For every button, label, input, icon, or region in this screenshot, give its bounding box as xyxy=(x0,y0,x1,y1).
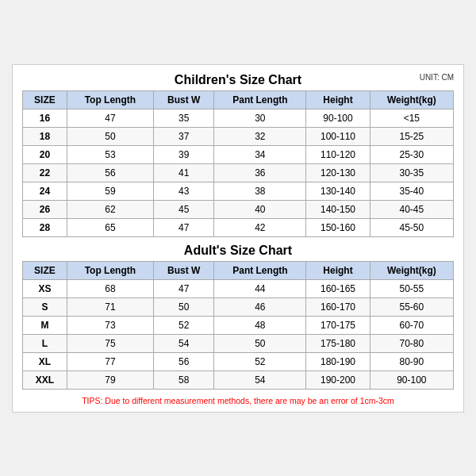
table-cell: 90-100 xyxy=(370,370,453,389)
table-cell: 160-165 xyxy=(306,279,370,298)
table-cell: 15-25 xyxy=(370,127,453,145)
table-cell: 42 xyxy=(214,218,306,236)
adult-title-row: Adult's Size Chart xyxy=(22,244,454,258)
table-cell: 47 xyxy=(153,218,214,236)
table-cell: XXL xyxy=(23,370,67,389)
table-cell: 77 xyxy=(67,352,153,370)
adults-col-height: Height xyxy=(306,261,370,279)
table-cell: 35 xyxy=(153,109,214,127)
adults-col-pant-length: Pant Length xyxy=(214,261,306,279)
table-cell: 34 xyxy=(214,145,306,163)
chart-container: Children's Size Chart UNIT: CM SIZE Top … xyxy=(12,64,464,413)
tips-text: TIPS: Due to different measurement metho… xyxy=(22,396,454,405)
table-cell: 50 xyxy=(214,334,306,352)
table-row: M735248170-17560-70 xyxy=(23,316,454,334)
table-cell: 45 xyxy=(153,200,214,218)
table-cell: 26 xyxy=(23,200,67,218)
table-row: XS684744160-16550-55 xyxy=(23,279,454,298)
table-row: XXL795854190-20090-100 xyxy=(23,370,454,389)
table-row: 1647353090-100<15 xyxy=(23,109,454,127)
children-col-size: SIZE xyxy=(23,90,67,109)
table-cell: 18 xyxy=(23,127,67,145)
table-cell: 170-175 xyxy=(306,316,370,334)
adults-col-weight: Weight(kg) xyxy=(370,261,453,279)
table-cell: 52 xyxy=(153,316,214,334)
table-cell: 30 xyxy=(214,109,306,127)
children-tbody: 1647353090-100<1518503732100-11015-25205… xyxy=(23,109,454,236)
table-cell: 160-170 xyxy=(306,298,370,316)
table-row: S715046160-17055-60 xyxy=(23,298,454,316)
adults-col-top-length: Top Length xyxy=(67,261,153,279)
children-header-row: SIZE Top Length Bust W Pant Length Heigh… xyxy=(23,90,454,109)
table-cell: 75 xyxy=(67,334,153,352)
table-cell: 58 xyxy=(153,370,214,389)
table-cell: 47 xyxy=(67,109,153,127)
table-cell: 175-180 xyxy=(306,334,370,352)
table-row: 24594338130-14035-40 xyxy=(23,182,454,200)
table-cell: 46 xyxy=(214,298,306,316)
table-cell: 60-70 xyxy=(370,316,453,334)
table-cell: 54 xyxy=(153,334,214,352)
table-cell: 36 xyxy=(214,163,306,182)
table-cell: 20 xyxy=(23,145,67,163)
table-cell: <15 xyxy=(370,109,453,127)
table-cell: 28 xyxy=(23,218,67,236)
adults-table: SIZE Top Length Bust W Pant Length Heigh… xyxy=(22,261,454,390)
table-row: XL775652180-19080-90 xyxy=(23,352,454,370)
table-cell: 50 xyxy=(67,127,153,145)
table-row: L755450175-18070-80 xyxy=(23,334,454,352)
table-cell: 38 xyxy=(214,182,306,200)
table-cell: 56 xyxy=(67,163,153,182)
adult-title: Adult's Size Chart xyxy=(184,244,292,258)
table-cell: M xyxy=(23,316,67,334)
children-col-top-length: Top Length xyxy=(67,90,153,109)
table-cell: 56 xyxy=(153,352,214,370)
table-cell: 90-100 xyxy=(306,109,370,127)
table-cell: 44 xyxy=(214,279,306,298)
adults-tbody: XS684744160-16550-55S715046160-17055-60M… xyxy=(23,279,454,389)
children-thead: SIZE Top Length Bust W Pant Length Heigh… xyxy=(23,90,454,109)
table-cell: 50 xyxy=(153,298,214,316)
table-cell: 22 xyxy=(23,163,67,182)
table-row: 22564136120-13030-35 xyxy=(23,163,454,182)
children-col-pant-length: Pant Length xyxy=(214,90,306,109)
table-cell: 190-200 xyxy=(306,370,370,389)
table-cell: 52 xyxy=(214,352,306,370)
adults-header-row: SIZE Top Length Bust W Pant Length Heigh… xyxy=(23,261,454,279)
table-cell: 110-120 xyxy=(306,145,370,163)
children-col-height: Height xyxy=(306,90,370,109)
table-cell: XS xyxy=(23,279,67,298)
table-cell: 39 xyxy=(153,145,214,163)
table-cell: 35-40 xyxy=(370,182,453,200)
table-cell: 53 xyxy=(67,145,153,163)
table-cell: XL xyxy=(23,352,67,370)
table-cell: 71 xyxy=(67,298,153,316)
table-cell: 43 xyxy=(153,182,214,200)
table-cell: 45-50 xyxy=(370,218,453,236)
table-cell: 54 xyxy=(214,370,306,389)
children-table: SIZE Top Length Bust W Pant Length Heigh… xyxy=(22,90,454,237)
adults-thead: SIZE Top Length Bust W Pant Length Heigh… xyxy=(23,261,454,279)
table-row: 18503732100-11015-25 xyxy=(23,127,454,145)
table-cell: 59 xyxy=(67,182,153,200)
table-cell: 50-55 xyxy=(370,279,453,298)
table-cell: 80-90 xyxy=(370,352,453,370)
table-cell: 32 xyxy=(214,127,306,145)
table-cell: 41 xyxy=(153,163,214,182)
adults-col-bust-w: Bust W xyxy=(153,261,214,279)
table-cell: 16 xyxy=(23,109,67,127)
table-cell: 30-35 xyxy=(370,163,453,182)
table-cell: 55-60 xyxy=(370,298,453,316)
table-cell: L xyxy=(23,334,67,352)
table-cell: 140-150 xyxy=(306,200,370,218)
table-cell: 48 xyxy=(214,316,306,334)
children-col-weight: Weight(kg) xyxy=(370,90,453,109)
children-title-row: Children's Size Chart UNIT: CM xyxy=(22,73,454,87)
table-cell: 47 xyxy=(153,279,214,298)
table-cell: 70-80 xyxy=(370,334,453,352)
table-cell: 150-160 xyxy=(306,218,370,236)
children-col-bust-w: Bust W xyxy=(153,90,214,109)
table-cell: 25-30 xyxy=(370,145,453,163)
table-cell: 24 xyxy=(23,182,67,200)
table-cell: 130-140 xyxy=(306,182,370,200)
